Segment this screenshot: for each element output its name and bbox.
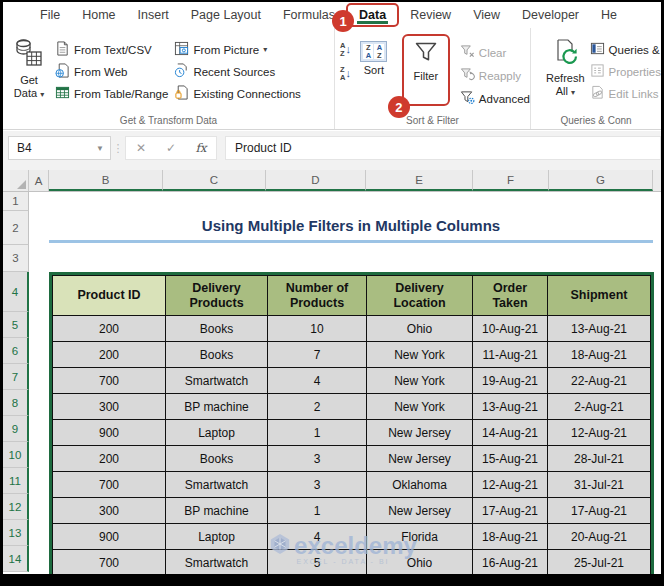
row-header-3[interactable]: 3 (3, 245, 29, 272)
sort-ascending-button[interactable]: AZ ↓ (340, 42, 351, 57)
name-box-dropdown-icon[interactable]: ▼ (96, 144, 104, 153)
table-cell[interactable]: 12-Aug-21 (473, 472, 548, 498)
row-header-10[interactable]: 10 (3, 442, 29, 468)
row-header-4[interactable]: 4 (3, 272, 29, 312)
table-cell[interactable]: 300 (53, 498, 166, 524)
table-cell[interactable]: 200 (53, 342, 166, 368)
table-cell[interactable]: Laptop (166, 524, 268, 550)
table-cell[interactable]: 4 (268, 368, 367, 394)
table-cell[interactable]: 18-Aug-21 (548, 342, 651, 368)
select-all-corner[interactable] (3, 170, 29, 191)
table-cell[interactable]: 16-Aug-21 (473, 550, 548, 575)
table-cell[interactable]: 3 (268, 472, 367, 498)
table-cell[interactable]: 15-Aug-21 (473, 446, 548, 472)
row-header-11[interactable]: 11 (3, 468, 29, 494)
row-header-8[interactable]: 8 (3, 390, 29, 416)
table-cell[interactable]: 700 (53, 368, 166, 394)
column-header-c[interactable]: C (163, 170, 266, 191)
table-cell[interactable]: Smartwatch (166, 550, 268, 575)
tab-data[interactable]: Data1 (346, 3, 399, 27)
table-cell[interactable]: 22-Aug-21 (548, 368, 651, 394)
table-header-shipment[interactable]: Shipment (548, 276, 651, 316)
tab-review[interactable]: Review (399, 3, 462, 27)
table-cell[interactable]: New York (367, 342, 473, 368)
name-box[interactable]: B4 ▼ (8, 136, 111, 160)
row-header-1[interactable]: 1 (3, 192, 29, 211)
table-cell[interactable]: 13-Aug-21 (473, 394, 548, 420)
table-cell[interactable]: 28-Jul-21 (548, 446, 651, 472)
column-header-d[interactable]: D (266, 170, 366, 191)
sort-descending-button[interactable]: ZA ↓ (340, 66, 351, 81)
row-header-12[interactable]: 12 (3, 494, 29, 520)
table-cell[interactable]: New Jersey (367, 498, 473, 524)
table-cell[interactable]: Smartwatch (166, 368, 268, 394)
insert-function-icon[interactable]: fx (186, 141, 216, 155)
tab-he[interactable]: He (590, 3, 628, 27)
table-cell[interactable]: 700 (53, 550, 166, 575)
table-cell[interactable]: New York (367, 394, 473, 420)
existing-connections-button[interactable]: Existing Connections (174, 84, 300, 103)
row-header-5[interactable]: 5 (3, 312, 29, 338)
table-cell[interactable]: 10-Aug-21 (473, 316, 548, 342)
row-header-6[interactable]: 6 (3, 338, 29, 364)
table-cell[interactable]: Laptop (166, 420, 268, 446)
table-cell[interactable]: 700 (53, 472, 166, 498)
column-header-b[interactable]: B (49, 170, 163, 191)
tab-file[interactable]: File (29, 3, 71, 27)
advanced-button[interactable]: Advanced (460, 89, 530, 108)
table-cell[interactable]: 18-Aug-21 (473, 524, 548, 550)
table-header-number-of-products[interactable]: Number of Products (268, 276, 367, 316)
filter-button[interactable]: Filter (404, 36, 448, 83)
tab-home[interactable]: Home (71, 3, 126, 27)
table-cell[interactable]: 12-Aug-21 (548, 420, 651, 446)
cancel-icon[interactable]: ✕ (126, 141, 156, 155)
table-cell[interactable]: BP machine (166, 498, 268, 524)
table-header-product-id[interactable]: Product ID (53, 276, 166, 316)
table-cell[interactable]: 11-Aug-21 (473, 342, 548, 368)
table-cell[interactable]: 13-Aug-21 (548, 316, 651, 342)
table-cell[interactable]: 20-Aug-21 (548, 524, 651, 550)
table-cell[interactable]: 2-Aug-21 (548, 394, 651, 420)
row-header-13[interactable]: 13 (3, 520, 29, 546)
table-cell[interactable]: Smartwatch (166, 472, 268, 498)
table-cell[interactable]: Books (166, 316, 268, 342)
table-cell[interactable]: Oklahoma (367, 472, 473, 498)
table-cell[interactable]: New Jersey (367, 446, 473, 472)
formula-input[interactable]: Product ID (225, 136, 661, 160)
table-cell[interactable]: 17-Aug-21 (473, 498, 548, 524)
sheet-title-cell[interactable]: Using Multiple Filters in Multiple Colum… (49, 211, 653, 243)
table-cell[interactable]: Books (166, 342, 268, 368)
table-header-order-taken[interactable]: Order Taken (473, 276, 548, 316)
table-cell[interactable]: New York (367, 368, 473, 394)
column-header-g[interactable]: G (549, 170, 653, 191)
from-web-button[interactable]: From Web (55, 62, 168, 81)
tab-insert[interactable]: Insert (127, 3, 180, 27)
table-cell[interactable]: 1 (268, 498, 367, 524)
table-cell[interactable]: 17-Aug-21 (548, 498, 651, 524)
queries-button[interactable]: Queries & (590, 40, 661, 59)
table-cell[interactable]: New Jersey (367, 420, 473, 446)
table-cell[interactable]: 3 (268, 446, 367, 472)
column-header-f[interactable]: F (473, 170, 549, 191)
tab-developer[interactable]: Developer (511, 3, 590, 27)
table-cell[interactable]: 25-Jul-21 (548, 550, 651, 575)
row-header-2[interactable]: 2 (3, 211, 29, 245)
table-cell[interactable]: 300 (53, 394, 166, 420)
column-header-a[interactable]: A (29, 170, 49, 191)
from-picture-button[interactable]: From Picture▾ (174, 40, 300, 59)
table-cell[interactable]: 7 (268, 342, 367, 368)
row-header-7[interactable]: 7 (3, 364, 29, 390)
table-cell[interactable]: 14-Aug-21 (473, 420, 548, 446)
table-cell[interactable]: 900 (53, 524, 166, 550)
table-cell[interactable]: 31-Jul-21 (548, 472, 651, 498)
table-cell[interactable]: Books (166, 446, 268, 472)
table-header-delivery-products[interactable]: Delivery Products (166, 276, 268, 316)
column-header-e[interactable]: E (366, 170, 473, 191)
tab-view[interactable]: View (462, 3, 511, 27)
from-table-range-button[interactable]: From Table/Range (55, 84, 168, 103)
table-cell[interactable]: 10 (268, 316, 367, 342)
table-cell[interactable]: 200 (53, 316, 166, 342)
row-header-9[interactable]: 9 (3, 416, 29, 442)
enter-icon[interactable]: ✓ (156, 141, 186, 155)
from-text-csv-button[interactable]: From Text/CSV (55, 40, 168, 59)
